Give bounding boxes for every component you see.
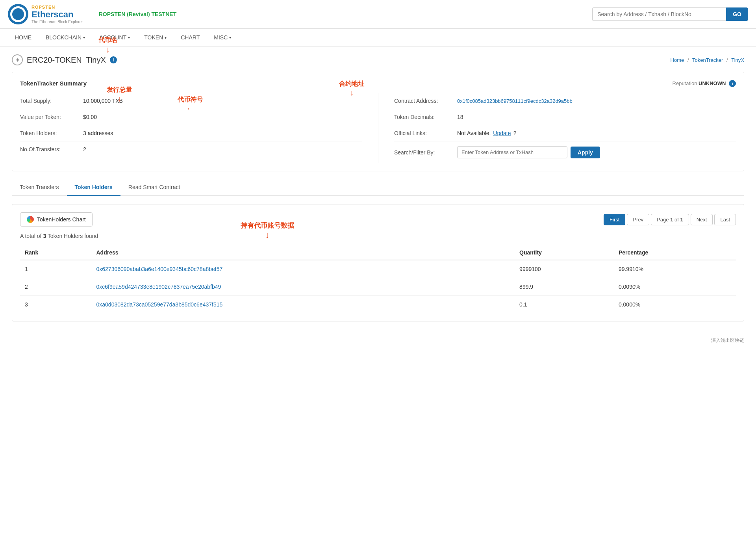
summary-row-token-holders: Token Holders: 3 addresses (20, 125, 362, 141)
reputation-info-icon[interactable]: i (729, 80, 736, 87)
cell-quantity: 0.1 (515, 296, 614, 314)
count-row: A total of 3 Token Holders found 持有代币账号数… (20, 233, 736, 239)
annotation-total-supply: 发行总量 ↓ (107, 86, 132, 103)
page-content: ✦ ERC20-TOKEN TinyX i Home / TokenTracke… (0, 46, 756, 329)
holders-count: A total of 3 Token Holders found (20, 233, 736, 239)
tab-token-holders[interactable]: Token Holders (67, 179, 120, 196)
brand-sub: The Ethereum Block Explorer (32, 20, 83, 24)
chevron-down-icon: ▾ (128, 35, 130, 40)
breadcrumb: Home / TokenTracker / TinyX (671, 57, 744, 63)
token-name[interactable]: TinyX (86, 56, 106, 64)
annotation-contract-address: 合约地址 ↓ (339, 80, 364, 97)
cell-quantity: 899.9 (515, 278, 614, 296)
search-area: GO (592, 7, 748, 21)
official-links-value: Not Available, Update ? (457, 130, 516, 136)
tab-read-smart-contract[interactable]: Read Smart Contract (120, 179, 188, 196)
holders-toolbar: TokenHolders Chart First Prev Page 1 of … (20, 212, 736, 227)
search-button[interactable]: GO (726, 7, 748, 21)
page-title: ERC20-TOKEN TinyX (27, 56, 106, 65)
chevron-down-icon: ▾ (165, 35, 167, 40)
nav-item-chart[interactable]: CHART (174, 29, 207, 46)
summary-row-transfers: No.Of.Transfers: 2 (20, 141, 362, 157)
cell-rank: 2 (20, 278, 92, 296)
search-input[interactable] (592, 7, 726, 21)
nav-item-home[interactable]: HOME (8, 29, 39, 46)
logo-area: ROPSTEN Etherscan The Ethereum Block Exp… (8, 4, 83, 24)
last-page-button[interactable]: Last (714, 214, 736, 225)
col-quantity: Quantity (515, 245, 614, 260)
breadcrumb-area: ✦ ERC20-TOKEN TinyX i Home / TokenTracke… (12, 54, 744, 65)
cell-percentage: 99.9910% (614, 260, 736, 278)
cell-address: 0xa0d03082da73ca05259e77da3b85d0c6e437f5… (92, 296, 515, 314)
cell-quantity: 9999100 (515, 260, 614, 278)
token-decimals-value: 18 (457, 114, 463, 120)
holders-section: TokenHolders Chart First Prev Page 1 of … (12, 204, 744, 321)
address-link[interactable]: 0xa0d03082da73ca05259e77da3b85d0c6e437f5… (96, 301, 223, 308)
ropsten-label: ROPSTEN (32, 5, 83, 9)
summary-row-contract: Contract Address: 0x1f0c085ad323bb697581… (394, 93, 736, 109)
summary-right: Contract Address: 0x1f0c085ad323bb697581… (378, 93, 736, 163)
holders-table: Rank Address Quantity Percentage 1 0x627… (20, 245, 736, 313)
chevron-down-icon: ▾ (83, 35, 85, 40)
value-per-token: $0.00 (83, 114, 97, 120)
prev-page-button[interactable]: Prev (627, 214, 649, 225)
table-row: 2 0xc6f9ea59d424733e8e1902c7837ea75e20ab… (20, 278, 736, 296)
col-address: Address (92, 245, 515, 260)
breadcrumb-token-tracker[interactable]: TokenTracker (692, 57, 723, 63)
summary-grid: Total Supply: 10,000,000 TXB Value per T… (20, 93, 736, 163)
token-holders-value: 3 addresses (83, 130, 113, 136)
breadcrumb-current[interactable]: TinyX (731, 57, 744, 63)
table-header-row: Rank Address Quantity Percentage (20, 245, 736, 260)
summary-row-official-links: Official Links: Not Available, Update ? (394, 125, 736, 141)
cell-address: 0xc6f9ea59d424733e8e1902c7837ea75e20abfb… (92, 278, 515, 296)
cell-address: 0x627306090abab3a6e1400e9345bc60c78a8bef… (92, 260, 515, 278)
holders-table-body: 1 0x627306090abab3a6e1400e9345bc60c78a8b… (20, 260, 736, 313)
holders-table-head: Rank Address Quantity Percentage (20, 245, 736, 260)
update-link[interactable]: Update (493, 130, 511, 136)
nav-item-blockchain[interactable]: BLOCKCHAIN ▾ (39, 29, 92, 46)
summary-row-decimals: Token Decimals: 18 (394, 109, 736, 125)
nav-item-misc[interactable]: MISC ▾ (207, 29, 238, 46)
tabs-row: Token Transfers Token Holders Read Smart… (12, 179, 744, 196)
chevron-down-icon: ▾ (229, 35, 231, 40)
address-link[interactable]: 0x627306090abab3a6e1400e9345bc60c78a8bef… (96, 266, 223, 272)
page-title-row: ✦ ERC20-TOKEN TinyX i (12, 54, 117, 65)
header: ROPSTEN Etherscan The Ethereum Block Exp… (0, 0, 756, 29)
logo-text: ROPSTEN Etherscan The Ethereum Block Exp… (32, 5, 83, 24)
apply-button[interactable]: Apply (571, 147, 600, 158)
pagination: First Prev Page 1 of 1 Next Last (604, 214, 736, 225)
table-row: 1 0x627306090abab3a6e1400e9345bc60c78a8b… (20, 260, 736, 278)
pie-chart-icon (27, 216, 34, 223)
breadcrumb-home[interactable]: Home (671, 57, 684, 63)
annotation-holders-data: 持有代币账号数据 ↓ (241, 221, 294, 240)
address-link[interactable]: 0xc6f9ea59d424733e8e1902c7837ea75e20abfb… (96, 284, 221, 290)
table-row: 3 0xa0d03082da73ca05259e77da3b85d0c6e437… (20, 296, 736, 314)
filter-input[interactable] (457, 146, 567, 158)
annotation-token-name: 代币名 ↓ (98, 36, 117, 55)
annotation-token-symbol: 代币符号 ← (178, 96, 203, 113)
summary-section: TokenTracker Summary Reputation UNKNOWN … (12, 72, 744, 171)
info-icon[interactable]: i (110, 56, 117, 63)
first-page-button[interactable]: First (604, 214, 625, 225)
cell-percentage: 0.0090% (614, 278, 736, 296)
summary-row-filter: Search/Filter By: Apply (394, 141, 736, 163)
reputation-badge: Reputation UNKNOWN i (673, 80, 736, 87)
logo-icon (8, 4, 28, 24)
network-badge: ROPSTEN (Revival) TESTNET (99, 11, 177, 17)
token-icon: ✦ (12, 54, 23, 65)
contract-address-link[interactable]: 0x1f0c085ad323bb69758111cf9ecdc32a32d9a5… (457, 98, 573, 104)
cell-rank: 1 (20, 260, 92, 278)
col-percentage: Percentage (614, 245, 736, 260)
col-rank: Rank (20, 245, 92, 260)
nav-item-token[interactable]: TOKEN ▾ (137, 29, 174, 46)
footer-label: 深入浅出区块链 (711, 338, 744, 343)
next-page-button[interactable]: Next (691, 214, 713, 225)
filter-area: Apply (457, 146, 600, 158)
tab-token-transfers[interactable]: Token Transfers (12, 179, 67, 196)
footer: 深入浅出区块链 (0, 329, 756, 348)
brand-name: Etherscan (32, 9, 83, 20)
transfers-value: 2 (83, 146, 86, 152)
page-info: Page 1 of 1 (651, 214, 689, 225)
cell-rank: 3 (20, 296, 92, 314)
chart-button[interactable]: TokenHolders Chart (20, 212, 93, 227)
